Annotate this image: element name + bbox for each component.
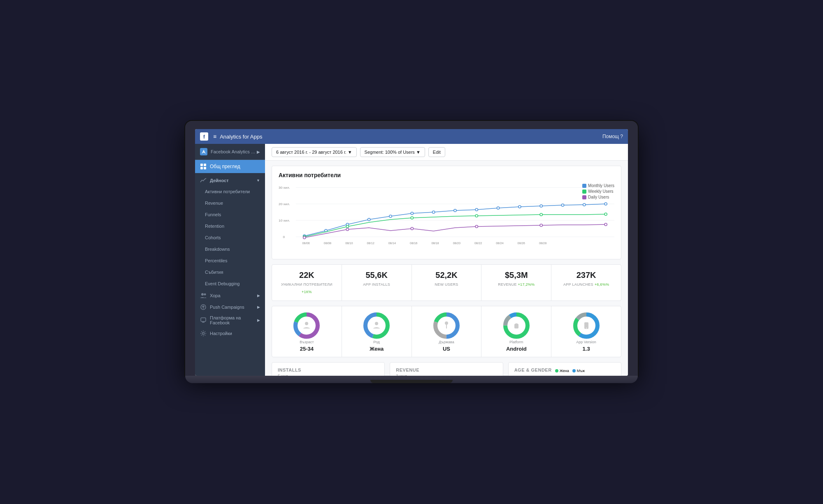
settings-label: Настройки <box>210 331 232 336</box>
sidebar-item-overview[interactable]: Общ преглед <box>195 160 265 173</box>
platform-icon <box>200 317 207 324</box>
svg-point-83 <box>517 324 518 324</box>
donuts-row: Възраст 25-34 <box>272 306 621 357</box>
svg-text:0: 0 <box>283 235 285 239</box>
help-button[interactable]: Помощ ? <box>602 134 623 139</box>
svg-rect-9 <box>201 318 206 321</box>
sidebar-section-activity[interactable]: Дейност ▼ <box>195 173 265 185</box>
legend-monthly-label: Monthly Users <box>588 183 614 188</box>
legend-female: Жена <box>555 369 569 373</box>
legend-daily: Daily Users <box>582 195 614 199</box>
donut-country-value: US <box>443 346 450 352</box>
donut-age: Възраст 25-34 <box>272 306 342 357</box>
donut-app-version: App Version 1.3 <box>551 306 621 357</box>
toolbar: 6 август 2016 г. - 29 август 2016 г. ▼ S… <box>265 144 628 161</box>
svg-rect-1 <box>200 164 203 166</box>
overview-icon <box>200 163 207 170</box>
donut-country: Държава US <box>412 306 482 357</box>
activity-arrow-icon: ▼ <box>256 178 260 183</box>
people-icon <box>200 292 207 299</box>
donut-platform-svg <box>502 311 531 340</box>
stat-new-users-label: NEW USERS <box>435 282 458 287</box>
svg-point-35 <box>604 203 607 205</box>
sidebar-item-people[interactable]: Хора ▶ <box>195 289 265 301</box>
push-icon <box>200 304 207 310</box>
svg-text:08/08: 08/08 <box>324 242 331 245</box>
svg-point-44 <box>411 227 413 230</box>
svg-point-41 <box>604 213 607 215</box>
date-filter-button[interactable]: 6 август 2016 г. - 29 август 2016 г. ▼ <box>272 147 357 157</box>
svg-text:08/20: 08/20 <box>453 242 460 245</box>
sidebar-item-push-campaigns[interactable]: Push Campaigns ▶ <box>195 301 265 312</box>
sidebar-item-retention[interactable]: Retention <box>200 220 265 231</box>
bottom-charts-row: INSTALLS 5 хил. <box>272 362 621 376</box>
sidebar-item-active-users[interactable]: Активни потребители <box>200 185 265 197</box>
stat-unique-value: 22K <box>277 270 337 280</box>
svg-point-90 <box>586 328 587 328</box>
donut-gender-label: Род <box>373 340 380 344</box>
svg-text:08/16: 08/16 <box>410 242 417 245</box>
svg-point-30 <box>497 207 499 209</box>
svg-text:20 хил.: 20 хил. <box>279 202 290 206</box>
app-title: Analytics for Apps <box>220 134 262 140</box>
age-gender-title: AGE & GENDER <box>514 368 552 372</box>
revenue-title: REVENUE <box>396 368 497 372</box>
brand-name: Facebook Analytics D... <box>211 149 257 154</box>
sidebar-item-breakdowns[interactable]: Breakdowns <box>200 243 265 254</box>
sidebar-item-events[interactable]: Събития <box>200 266 265 277</box>
stat-installs-label: APP INSTALLS <box>363 282 390 287</box>
svg-text:08/18: 08/18 <box>431 242 439 245</box>
svg-point-69 <box>369 318 384 333</box>
segment-button[interactable]: Segment: 100% of Users ▼ <box>360 147 425 157</box>
svg-text:08/12: 08/12 <box>367 242 374 245</box>
active-users-chart: Активни потребители Monthly Users <box>272 166 621 259</box>
svg-point-25 <box>389 215 392 217</box>
svg-text:10 хил.: 10 хил. <box>279 219 290 222</box>
svg-point-42 <box>303 236 306 239</box>
donut-platform: Platform Android <box>481 306 551 357</box>
sidebar-brand[interactable]: Facebook Analytics D... ▶ <box>195 144 265 160</box>
sidebar-item-funnels[interactable]: Funnels <box>200 208 265 220</box>
svg-point-38 <box>411 217 413 219</box>
svg-point-32 <box>540 205 542 207</box>
svg-point-37 <box>346 225 349 228</box>
installs-title: INSTALLS <box>278 368 379 372</box>
svg-rect-3 <box>200 167 203 169</box>
svg-point-6 <box>204 294 206 296</box>
legend-monthly-icon <box>582 184 586 188</box>
activity-sub-items: Активни потребители Revenue Funnels Rete… <box>195 185 265 289</box>
sidebar-item-event-debugging[interactable]: Event Debugging <box>200 277 265 289</box>
stats-row: 22K УНИКАЛНИ ПОТРЕБИТЕЛИ +1К% 55,6K APP … <box>272 264 621 301</box>
sidebar-item-settings[interactable]: Настройки <box>195 327 265 338</box>
laptop-base <box>185 376 638 383</box>
legend-male: Мъж <box>572 369 585 373</box>
chart-title: Активни потребители <box>279 172 614 178</box>
sidebar-item-cohorts[interactable]: Cohorts <box>200 231 265 243</box>
svg-point-26 <box>411 212 413 215</box>
svg-text:08/10: 08/10 <box>345 242 353 245</box>
legend-weekly-icon <box>582 190 586 194</box>
sidebar-item-platform[interactable]: Платформа на Facebook ▶ <box>195 312 265 327</box>
legend-weekly: Weekly Users <box>582 189 614 194</box>
sidebar-item-revenue[interactable]: Revenue <box>200 197 265 208</box>
donut-platform-label: Platform <box>509 340 523 344</box>
push-campaigns-label: Push Campaigns <box>210 305 244 310</box>
revenue-chart: REVENUE 2 мил. <box>390 362 503 376</box>
stat-launches-change: +6,6%% <box>595 282 609 287</box>
donut-gender-value: Жена <box>370 346 384 352</box>
main-content: Активни потребители Monthly Users <box>265 161 628 376</box>
edit-button[interactable]: Edit <box>428 147 445 157</box>
svg-point-65 <box>305 322 308 325</box>
svg-point-24 <box>368 218 370 221</box>
stat-launches-value: 237K <box>556 270 616 280</box>
stat-unique-label: УНИКАЛНИ ПОТРЕБИТЕЛИ +1К% <box>281 282 332 294</box>
activity-icon <box>200 177 207 184</box>
stat-app-launches: 237K APP LAUNCHES +6,6%% <box>551 265 621 301</box>
sidebar-item-percentiles[interactable]: Percentiles <box>200 254 265 266</box>
svg-point-27 <box>432 211 435 213</box>
age-gender-header: AGE & GENDER Жена Мъж <box>514 368 615 374</box>
donut-age-svg <box>292 311 321 340</box>
svg-point-29 <box>475 208 478 211</box>
male-color <box>572 369 576 372</box>
hamburger-icon[interactable]: ≡ <box>213 133 216 140</box>
